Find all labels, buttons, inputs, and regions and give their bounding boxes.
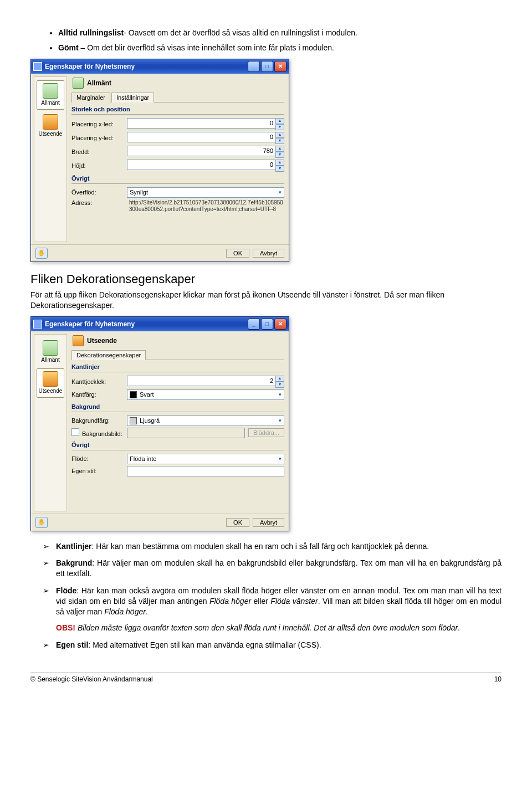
bakgrundsbild-input	[127, 428, 245, 438]
item-italic: Flöda höger	[209, 597, 251, 606]
cancel-button[interactable]: Avbryt	[253, 518, 284, 527]
dialog-titlebar[interactable]: Egenskaper för Nyhetsmeny _ □ ✕	[31, 317, 289, 331]
row-hojd: Höjd: 0 ▲▼	[71, 160, 284, 172]
ok-button[interactable]: OK	[226, 249, 249, 258]
field-label: Adress:	[71, 199, 127, 206]
row-bredd: Bredd: 780 ▲▼	[71, 146, 284, 158]
placering-x-input[interactable]: 0	[127, 118, 276, 129]
placering-y-input[interactable]: 0	[127, 132, 276, 142]
check-icon	[43, 83, 58, 99]
row-placering-y: Placering y-led: 0 ▲▼	[71, 132, 284, 144]
dialog-titlebar[interactable]: Egenskaper för Nyhetsmeny _ □ ✕	[31, 59, 289, 74]
dialog-sidebar: Allmänt Utseende	[34, 76, 67, 242]
field-value: 0	[270, 120, 273, 126]
bullet-list-top: Alltid rullningslist- Oavsett om det är …	[30, 28, 502, 53]
tab-installningar[interactable]: Inställningar	[111, 93, 154, 102]
field-label: Överflöd:	[71, 189, 127, 196]
egen-stil-input[interactable]	[127, 466, 284, 476]
dialog-properties-allmant: Egenskaper för Nyhetsmeny _ □ ✕ Allmänt …	[30, 59, 289, 262]
field-label: Kantfärg:	[71, 391, 127, 398]
app-icon	[33, 320, 42, 329]
color-swatch-icon	[130, 417, 137, 424]
kanttjocklek-input[interactable]: 2	[127, 376, 276, 386]
sidebar-label: Utseende	[39, 388, 63, 394]
content-heading: Allmänt	[71, 76, 284, 92]
item-strong: Kantlinjer	[56, 542, 92, 551]
field-label: Bakgrundsbild:	[71, 428, 127, 437]
brush-icon	[43, 371, 58, 387]
kantfarg-select[interactable]: Svart	[127, 389, 284, 400]
bullet-strong: Gömt	[58, 43, 79, 52]
sidebar-item-utseende[interactable]: Utseende	[37, 368, 64, 398]
page-footer: © Senselogic SiteVision Användarmanual 1…	[30, 673, 502, 683]
spinner-buttons[interactable]: ▲▼	[275, 146, 284, 158]
field-value: 780	[263, 147, 273, 154]
field-label: Höjd:	[71, 162, 127, 169]
row-bakgrundsbild: Bakgrundsbild: Bläddra...	[71, 428, 284, 438]
sidebar-item-allmant[interactable]: Allmänt	[37, 80, 64, 110]
field-value: Svart	[140, 391, 154, 398]
maximize-button[interactable]: □	[261, 61, 273, 72]
sidebar-label: Allmänt	[41, 357, 59, 363]
section-heading: Fliken Dekorationsegenskaper	[30, 272, 502, 286]
group-title-bakgrund: Bakgrund	[71, 403, 284, 410]
dialog-footer: ✋ OK Avbryt	[31, 514, 289, 531]
group-title-size: Storlek och position	[71, 106, 284, 112]
sidebar-label: Utseende	[39, 131, 63, 137]
sidebar-label: Allmänt	[41, 100, 59, 106]
section-intro: För att få upp fliken Dekorationsegenska…	[30, 290, 502, 311]
adress-value: http://SiteVision/2.b217510573e707138000…	[127, 199, 284, 213]
ok-button[interactable]: OK	[226, 518, 249, 527]
list-item: Kantlinjer: Här kan man bestämma om modu…	[56, 541, 502, 552]
item-strong: Bakgrund	[56, 558, 92, 567]
bakgrundsbild-checkbox[interactable]	[71, 428, 79, 436]
content-heading: Utseende	[71, 334, 284, 350]
group-title-kantlinjer: Kantlinjer	[71, 363, 284, 370]
spinner-buttons[interactable]: ▲▼	[275, 118, 284, 130]
field-label: Placering y-led:	[71, 135, 127, 141]
maximize-button[interactable]: □	[261, 319, 273, 330]
tab-bar: Marginaler Inställningar	[71, 92, 284, 102]
bredd-input[interactable]: 780	[127, 146, 276, 156]
field-value: 2	[270, 377, 273, 384]
close-button[interactable]: ✕	[274, 319, 287, 330]
minimize-button[interactable]: _	[248, 319, 260, 330]
hojd-input[interactable]: 0	[127, 160, 276, 170]
close-button[interactable]: ✕	[274, 61, 287, 72]
check-icon	[43, 340, 58, 356]
field-value: Ljusgrå	[140, 417, 160, 424]
footer-copyright: © Senselogic SiteVision Användarmanual	[30, 675, 153, 683]
obs-text: Bilden måste ligga ovanför texten som de…	[75, 623, 460, 632]
tab-dekorationsegenskaper[interactable]: Dekorationsegenskaper	[71, 350, 146, 360]
sidebar-item-allmant[interactable]: Allmänt	[37, 338, 64, 366]
spinner-buttons[interactable]: ▲▼	[275, 160, 284, 172]
field-label: Bredd:	[71, 148, 127, 155]
dialog-footer: ✋ OK Avbryt	[31, 244, 289, 261]
help-icon[interactable]: ✋	[35, 248, 48, 259]
heading-text: Allmänt	[87, 79, 111, 87]
spinner-buttons[interactable]: ▲▼	[275, 376, 284, 388]
row-egen-stil: Egen stil:	[71, 466, 284, 476]
field-value: 0	[270, 134, 273, 140]
overflod-select[interactable]: Synligt	[127, 187, 284, 198]
minimize-button[interactable]: _	[248, 61, 260, 72]
row-adress: Adress: http://SiteVision/2.b217510573e7…	[71, 199, 284, 213]
help-icon[interactable]: ✋	[35, 517, 48, 528]
footer-page-number: 10	[494, 675, 502, 683]
dialog-sidebar: Allmänt Utseende	[34, 334, 67, 511]
flode-select[interactable]: Flöda inte	[127, 454, 284, 464]
cancel-button[interactable]: Avbryt	[253, 249, 284, 258]
item-text: : Med alternativet Egen stil kan man anv…	[88, 640, 321, 649]
item-strong: Egen stil	[56, 640, 88, 649]
bladdra-button[interactable]: Bläddra...	[248, 428, 284, 437]
group-title-ovrigt: Övrigt	[71, 175, 284, 182]
sidebar-item-utseende[interactable]: Utseende	[37, 112, 64, 140]
bullet-text: – Om det blir överflöd så visas inte inn…	[79, 43, 334, 52]
spinner-buttons[interactable]: ▲▼	[275, 132, 284, 144]
bakgrundfarg-select[interactable]: Ljusgrå	[127, 416, 284, 426]
item-text: : Här kan man bestämma om modulen skall …	[92, 542, 429, 551]
tab-marginaler[interactable]: Marginaler	[71, 93, 110, 102]
row-kanttjocklek: Kanttjocklek: 2 ▲▼	[71, 376, 284, 388]
field-label: Placering x-led:	[71, 121, 127, 127]
field-label: Kanttjocklek:	[71, 378, 127, 385]
